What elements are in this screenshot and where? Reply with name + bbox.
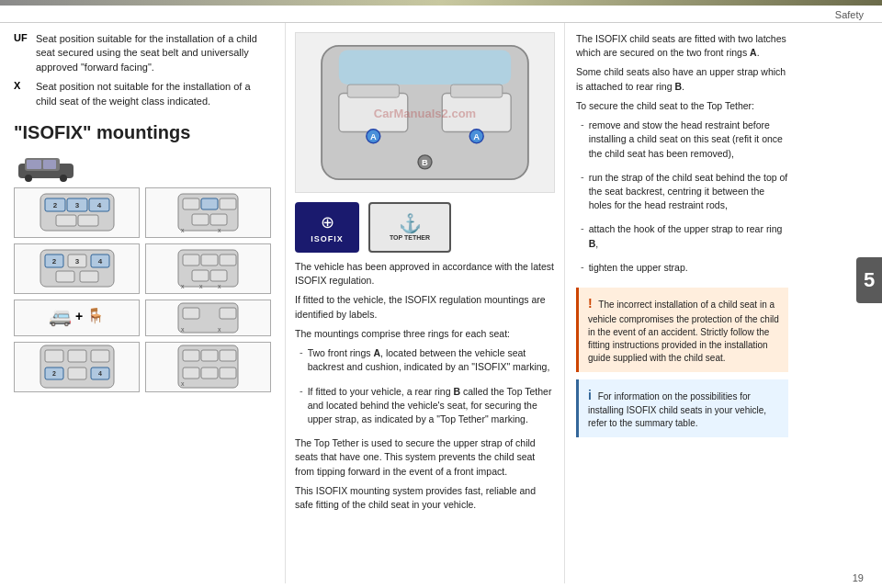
x-label: X bbox=[14, 80, 28, 108]
info-text: For information on the possibilities for… bbox=[588, 391, 766, 429]
svg-text:x: x bbox=[218, 326, 221, 333]
svg-rect-13 bbox=[56, 215, 76, 226]
diagram-5: x x bbox=[145, 300, 271, 336]
svg-text:4: 4 bbox=[97, 257, 102, 266]
svg-text:4: 4 bbox=[96, 201, 101, 209]
svg-text:B: B bbox=[422, 158, 428, 167]
svg-rect-60 bbox=[201, 368, 218, 379]
svg-text:3: 3 bbox=[74, 257, 79, 266]
header: Safety bbox=[0, 6, 882, 23]
right-bullet-text-2: run the strap of the child seat behind t… bbox=[589, 171, 788, 213]
van-row: 🚐 + 🪑 bbox=[49, 305, 105, 327]
info-icon: i bbox=[588, 388, 592, 402]
svg-rect-43 bbox=[220, 308, 236, 319]
svg-rect-30 bbox=[56, 271, 74, 282]
svg-text:4: 4 bbox=[98, 370, 102, 377]
svg-text:x: x bbox=[199, 283, 203, 289]
right-dash-4: - bbox=[581, 261, 584, 280]
svg-text:x: x bbox=[218, 227, 221, 233]
svg-rect-68 bbox=[451, 85, 503, 97]
page-number: 19 bbox=[853, 572, 864, 583]
svg-text:3: 3 bbox=[74, 201, 79, 209]
tether-icon: ⚓ bbox=[399, 212, 422, 234]
right-para1: The ISOFIX child seats are fitted with t… bbox=[576, 32, 788, 60]
svg-text:x: x bbox=[181, 283, 185, 289]
svg-rect-4 bbox=[27, 160, 41, 169]
svg-rect-65 bbox=[339, 93, 408, 131]
plus-icon: + bbox=[75, 309, 83, 323]
svg-text:x: x bbox=[181, 227, 185, 233]
uf-row: UF Seat position suitable for the instal… bbox=[14, 32, 271, 74]
bullet-item-1: - Two front rings A, located between the… bbox=[295, 346, 555, 379]
approved-text: The vehicle has been approved in accorda… bbox=[295, 260, 555, 288]
seat-diagrams-grid: 2 3 4 x x bbox=[14, 187, 271, 392]
svg-rect-37 bbox=[210, 270, 227, 281]
fitted-text: If fitted to the vehicle, the ISOFIX reg… bbox=[295, 293, 555, 321]
svg-text:x: x bbox=[181, 380, 185, 387]
svg-text:2: 2 bbox=[52, 370, 56, 377]
uf-text: Seat position suitable for the installat… bbox=[36, 32, 271, 74]
isofix-badge-text: ISOFIX bbox=[311, 234, 344, 243]
svg-rect-56 bbox=[183, 350, 199, 361]
child-seat-icon: 🪑 bbox=[86, 307, 105, 324]
warning-box: ! The incorrect installation of a child … bbox=[576, 288, 788, 372]
isofix-icon: ⊕ bbox=[321, 212, 334, 232]
chapter-tab: 5 bbox=[856, 257, 882, 303]
svg-rect-19 bbox=[192, 214, 209, 225]
svg-rect-67 bbox=[442, 93, 511, 131]
svg-rect-42 bbox=[183, 308, 199, 319]
svg-rect-36 bbox=[192, 270, 209, 281]
svg-rect-64 bbox=[339, 51, 511, 85]
right-column: The ISOFIX child seats are fitted with t… bbox=[565, 23, 799, 583]
x-row: X Seat position not suitable for the ins… bbox=[14, 80, 271, 108]
svg-rect-57 bbox=[201, 350, 218, 361]
right-dash-1: - bbox=[581, 119, 584, 166]
svg-text:A: A bbox=[370, 132, 377, 141]
svg-rect-66 bbox=[347, 85, 399, 97]
seat-diagram-7: x bbox=[174, 343, 243, 390]
uf-section: UF Seat position suitable for the instal… bbox=[14, 32, 271, 108]
car-side-row bbox=[14, 153, 271, 182]
svg-rect-47 bbox=[45, 350, 63, 362]
warning-text: The incorrect installation of a child se… bbox=[588, 300, 779, 363]
svg-rect-18 bbox=[220, 198, 236, 209]
svg-text:x: x bbox=[218, 283, 221, 289]
svg-rect-5 bbox=[43, 160, 56, 169]
svg-rect-48 bbox=[68, 350, 86, 362]
tether-badge: ⚓ TOP TETHER bbox=[368, 202, 451, 253]
svg-rect-20 bbox=[210, 214, 227, 225]
diagram-4: x x x bbox=[145, 243, 271, 294]
warning-icon: ! bbox=[588, 296, 593, 311]
bullet-text-1: Two front rings A, located between the v… bbox=[308, 346, 555, 374]
right-dash-3: - bbox=[581, 222, 584, 255]
bullet-dash-2: - bbox=[300, 385, 303, 433]
svg-rect-17 bbox=[201, 198, 218, 209]
right-bullet-1: - remove and stow the head restraint bef… bbox=[576, 119, 788, 166]
right-para2: Some child seats also have an upper stra… bbox=[576, 65, 788, 93]
right-bullet-text-3: attach the hook of the upper strap to re… bbox=[589, 222, 788, 250]
page-title: Safety bbox=[835, 9, 864, 20]
bullet-dash-1: - bbox=[300, 346, 303, 379]
isofix-section-title: "ISOFIX" mountings bbox=[14, 122, 271, 143]
isofix-badge: ⊕ ISOFIX bbox=[295, 202, 359, 253]
uf-label: UF bbox=[14, 32, 28, 74]
svg-rect-33 bbox=[183, 254, 199, 266]
seat-diagram-3: 2 3 4 bbox=[36, 245, 119, 291]
diagram-6: 2 4 bbox=[14, 342, 140, 392]
svg-rect-31 bbox=[80, 271, 98, 282]
svg-text:A: A bbox=[473, 132, 480, 141]
car-seat-diagram: A A B bbox=[296, 33, 554, 192]
diagram-2: x x bbox=[145, 187, 271, 238]
svg-point-3 bbox=[60, 175, 67, 182]
diagram-7: x bbox=[145, 342, 271, 392]
top-tether-text: The Top Tether is used to secure the upp… bbox=[295, 436, 555, 479]
svg-rect-61 bbox=[220, 368, 236, 379]
svg-text:2: 2 bbox=[51, 257, 56, 266]
svg-text:x: x bbox=[181, 326, 185, 333]
middle-column: A A B CarManuals2.com ⊕ ISOFIX ⚓ TOP TET… bbox=[285, 23, 565, 583]
info-box: i For information on the possibilities f… bbox=[576, 379, 788, 438]
van-icon: 🚐 bbox=[49, 305, 72, 327]
right-bullet-text-4: tighten the upper strap. bbox=[589, 261, 688, 275]
svg-rect-49 bbox=[91, 350, 109, 362]
right-bullet-3: - attach the hook of the upper strap to … bbox=[576, 222, 788, 255]
